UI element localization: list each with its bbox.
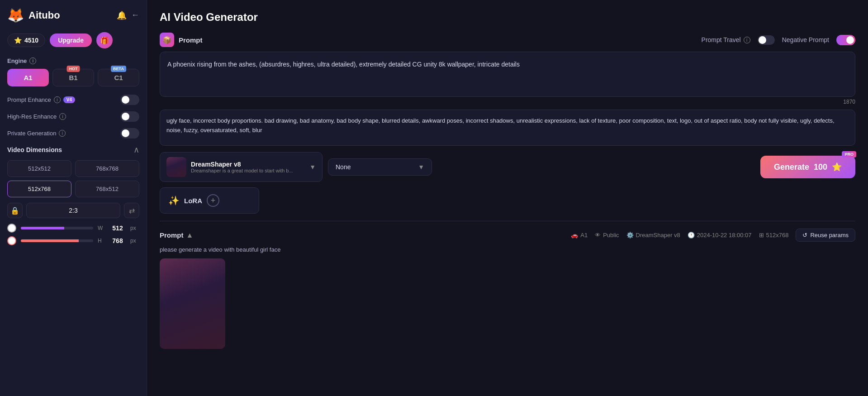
generate-cost: 100 xyxy=(814,162,827,172)
prompt-travel-label: Prompt Travel i xyxy=(702,36,750,43)
reuse-params-button[interactable]: ↺ Reuse params xyxy=(796,229,855,242)
version-badge: V4 xyxy=(63,96,75,103)
lora-icon: ✨ xyxy=(168,195,180,206)
engine-btn-c1[interactable]: BETA C1 xyxy=(98,69,139,86)
high-res-toggle[interactable] xyxy=(120,111,139,122)
model-chevron-icon: ▼ xyxy=(309,163,316,171)
pro-badge: PRO xyxy=(842,151,856,157)
star-icon: ⭐ xyxy=(14,37,22,44)
width-slider-row: W 512 px xyxy=(7,224,139,233)
height-slider-row: H 768 px xyxy=(7,236,139,245)
dimensions-collapse-icon[interactable]: ∧ xyxy=(133,145,139,155)
beta-badge: BETA xyxy=(111,66,126,72)
history-visibility: 👁 Public xyxy=(595,232,619,239)
history-header: Prompt ▲ 🚗 A1 👁 Public ⚙️ DreamShaper v8… xyxy=(160,229,855,242)
dimensions-grid: 512x512 768x768 512x768 768x512 xyxy=(7,160,139,197)
height-value: 768 xyxy=(109,237,126,244)
private-gen-info[interactable]: i xyxy=(59,130,66,137)
lora-row[interactable]: ✨ LoRA + xyxy=(160,187,259,214)
dim-btn-512x768[interactable]: 512x768 xyxy=(7,181,71,197)
video-dimensions-header: Video Dimensions ∧ xyxy=(7,145,139,155)
history-dimensions: ⊞ 512x768 xyxy=(759,232,789,239)
width-slider-knob[interactable] xyxy=(7,224,16,233)
width-unit: px xyxy=(130,225,139,231)
sidebar-header: 🦊 Aitubo 🔔 ← xyxy=(7,7,139,23)
engine-section-label: Engine i xyxy=(7,57,139,64)
prompt-header: 📦 Prompt Prompt Travel i Negative Prompt xyxy=(160,33,855,47)
lora-label: LoRA xyxy=(184,197,202,205)
model-info: DreamShaper v8 Dreamshaper is a great mo… xyxy=(191,161,305,173)
sampler-chevron-icon: ▼ xyxy=(418,163,424,171)
dimensions-icon: ⊞ xyxy=(759,232,764,239)
hot-badge: HOT xyxy=(67,66,80,72)
credits-badge: ⭐ 4510 xyxy=(7,33,45,47)
upgrade-button[interactable]: Upgrade xyxy=(50,33,92,47)
dim-btn-768x512[interactable]: 768x512 xyxy=(75,181,139,197)
model-description: Dreamshaper is a great model to start wi… xyxy=(191,168,305,173)
width-label: W xyxy=(98,225,105,231)
lora-add-button[interactable]: + xyxy=(207,194,219,207)
lock-button[interactable]: 🔒 xyxy=(7,203,23,218)
history-meta: 🚗 A1 👁 Public ⚙️ DreamShaper v8 🕐 2024-1… xyxy=(571,229,855,242)
swap-button[interactable]: ⇄ xyxy=(124,203,139,218)
negative-prompt-label: Negative Prompt xyxy=(782,36,829,43)
ratio-input[interactable] xyxy=(26,203,120,218)
width-value: 512 xyxy=(109,224,126,232)
dim-btn-512x512[interactable]: 512x512 xyxy=(7,160,71,177)
dim-btn-768x768[interactable]: 768x768 xyxy=(75,160,139,177)
logo-text: Aitubo xyxy=(28,10,60,21)
main-content: AI Video Generator 📦 Prompt Prompt Trave… xyxy=(147,0,868,396)
private-gen-toggle[interactable] xyxy=(120,128,139,138)
model-row: DreamShaper v8 Dreamshaper is a great mo… xyxy=(160,152,855,182)
prompt-enhance-toggle[interactable] xyxy=(120,95,139,105)
private-gen-row: Private Generation i xyxy=(7,128,139,138)
logo-icon: 🦊 xyxy=(7,7,24,23)
history-model: ⚙️ DreamShaper v8 xyxy=(626,232,680,239)
prompt-enhance-label: Prompt Enhance i V4 xyxy=(7,96,75,103)
history-prompt-label: Prompt ▲ xyxy=(160,231,193,239)
header-actions: 🔔 ← xyxy=(117,10,139,20)
engine-btn-b1[interactable]: HOT B1 xyxy=(52,69,94,86)
model-icon: ⚙️ xyxy=(626,232,634,239)
history-collapse-icon[interactable]: ▲ xyxy=(186,231,194,239)
prompt-travel-toggle[interactable] xyxy=(758,35,775,45)
credits-bar: ⭐ 4510 Upgrade 🎁 xyxy=(7,32,139,48)
model-select[interactable]: DreamShaper v8 Dreamshaper is a great mo… xyxy=(160,152,323,182)
prompt-cube-icon: 📦 xyxy=(160,33,174,47)
prompt-textarea[interactable] xyxy=(160,52,855,97)
sampler-value: None xyxy=(336,163,351,171)
height-slider-knob[interactable] xyxy=(7,236,16,245)
back-icon[interactable]: ← xyxy=(131,10,139,20)
prompt-enhance-row: Prompt Enhance i V4 xyxy=(7,95,139,105)
model-thumbnail xyxy=(166,157,186,177)
prompt-enhance-info[interactable]: i xyxy=(54,96,61,103)
content-divider xyxy=(160,221,855,221)
negative-prompt-textarea[interactable] xyxy=(160,110,855,146)
gift-button[interactable]: 🎁 xyxy=(96,32,113,48)
model-name: DreamShaper v8 xyxy=(191,161,305,168)
height-unit: px xyxy=(130,238,139,244)
engine-options: A1 HOT B1 BETA C1 xyxy=(7,69,139,86)
engine-btn-a1[interactable]: A1 xyxy=(7,69,49,86)
high-res-label: High-Res Enhance i xyxy=(7,113,66,120)
history-timestamp: 🕐 2024-10-22 18:00:07 xyxy=(688,232,752,239)
high-res-row: High-Res Enhance i xyxy=(7,111,139,122)
ratio-row: 🔒 ⇄ xyxy=(7,203,139,218)
sidebar: 🦊 Aitubo 🔔 ← ⭐ 4510 Upgrade 🎁 Engine i A… xyxy=(0,0,147,396)
engine-icon: 🚗 xyxy=(571,232,578,239)
reuse-icon: ↺ xyxy=(802,232,807,239)
prompt-controls: Prompt Travel i Negative Prompt xyxy=(702,35,855,45)
prompt-travel-info[interactable]: i xyxy=(744,37,750,43)
eye-icon: 👁 xyxy=(595,232,601,239)
engine-info-icon[interactable]: i xyxy=(29,57,36,64)
history-engine: 🚗 A1 xyxy=(571,232,588,239)
sampler-select[interactable]: None ▼ xyxy=(328,158,432,176)
negative-prompt-toggle[interactable] xyxy=(836,35,855,45)
width-slider-track[interactable] xyxy=(21,227,93,229)
high-res-info[interactable]: i xyxy=(59,113,66,120)
height-label: H xyxy=(98,238,105,244)
bell-icon[interactable]: 🔔 xyxy=(117,10,127,20)
generate-button[interactable]: PRO Generate 100 ⭐ xyxy=(760,156,855,178)
height-slider-track[interactable] xyxy=(21,239,93,242)
history-thumbnail xyxy=(160,258,225,349)
